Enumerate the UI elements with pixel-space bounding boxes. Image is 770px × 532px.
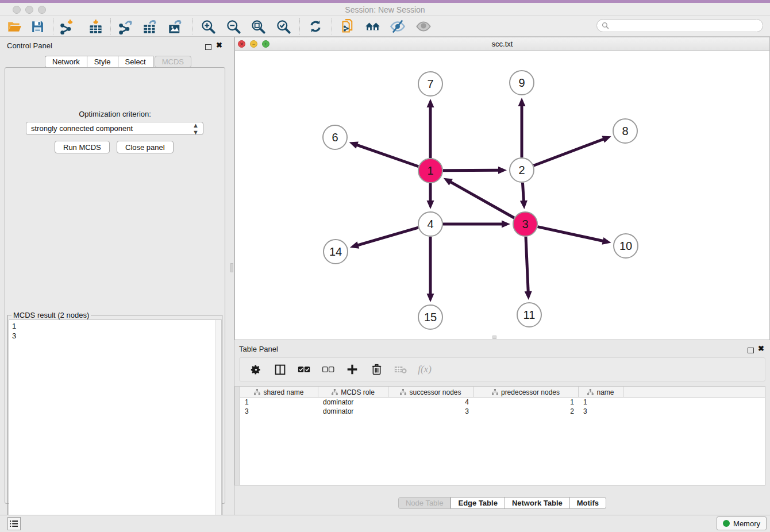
- close-panel-button[interactable]: Close panel: [117, 141, 174, 153]
- table-cell[interactable]: 3: [388, 407, 473, 416]
- refresh-layout-button[interactable]: [305, 18, 326, 35]
- memory-button[interactable]: Memory: [717, 516, 767, 530]
- tab-style[interactable]: Style: [87, 56, 118, 68]
- task-history-button[interactable]: [7, 517, 21, 530]
- save-session-button[interactable]: [26, 18, 48, 35]
- table-panel-close-button[interactable]: ✖: [758, 344, 764, 353]
- graph-edge-2-8[interactable]: [534, 139, 605, 165]
- search-input[interactable]: [611, 22, 755, 30]
- graph-edge-1-6[interactable]: [356, 145, 418, 167]
- table-cell[interactable]: 1: [473, 398, 579, 407]
- delete-column-button[interactable]: [368, 362, 384, 377]
- graph-edge-2-3[interactable]: [522, 183, 523, 202]
- graph-edge-arrowhead: [502, 221, 510, 228]
- column-header-name[interactable]: name: [579, 387, 623, 398]
- duplicate-network-button[interactable]: [337, 18, 359, 35]
- network-canvas[interactable]: 7968124314101511: [235, 51, 769, 340]
- table-cell[interactable]: 1: [579, 398, 623, 407]
- table-tabs: Node Table Edge Table Network Table Moti…: [234, 497, 770, 509]
- tab-network-table[interactable]: Network Table: [505, 497, 569, 509]
- graph-edge-arrowhead: [498, 167, 507, 174]
- table-cell[interactable]: 3: [240, 407, 318, 416]
- statusbar: Memory: [0, 515, 770, 532]
- export-image-button[interactable]: [164, 18, 186, 35]
- tab-node-table[interactable]: Node Table: [398, 497, 451, 509]
- graph-edge-arrowhead: [350, 241, 359, 248]
- table-cell[interactable]: 4: [388, 398, 473, 407]
- tab-mcds[interactable]: MCDS: [155, 56, 191, 68]
- column-header-MCDS-role[interactable]: MCDS role: [318, 387, 388, 398]
- table-row[interactable]: 3dominator323: [240, 407, 765, 416]
- export-network-button[interactable]: [114, 18, 136, 35]
- zoom-selected-icon: [276, 19, 291, 34]
- graph-edge-1-2[interactable]: [443, 170, 499, 171]
- column-header-predecessor-nodes[interactable]: predecessor nodes: [473, 387, 579, 398]
- hide-selected-button[interactable]: [387, 18, 409, 35]
- graph-edge-3-1[interactable]: [450, 182, 514, 218]
- zoom-out-icon: [226, 19, 241, 34]
- export-table-icon: [143, 19, 158, 34]
- graph-edge-3-10[interactable]: [537, 227, 603, 241]
- mcds-result-text[interactable]: 1 3: [9, 319, 222, 531]
- table-cell[interactable]: 3: [579, 407, 623, 416]
- graph-edge-3-11[interactable]: [526, 237, 528, 292]
- toggle-panes-button[interactable]: [272, 362, 288, 377]
- zoom-selected-button[interactable]: [272, 18, 294, 35]
- graph-node-label-3: 3: [522, 218, 528, 230]
- control-panel-close-button[interactable]: ✖: [216, 41, 222, 49]
- graph-node-label-8: 8: [622, 125, 628, 137]
- network-resize-handle[interactable]: [492, 336, 496, 339]
- panel-splitter[interactable]: [230, 37, 234, 515]
- graph-node-label-11: 11: [523, 309, 536, 321]
- criterion-select[interactable]: strongly connected component ▲▼: [26, 122, 203, 135]
- tab-select[interactable]: Select: [118, 56, 153, 68]
- control-panel-float-button[interactable]: [205, 42, 211, 52]
- graph-node-label-14: 14: [329, 245, 342, 258]
- table-row[interactable]: 1dominator411: [240, 398, 765, 407]
- graph-edge-arrowhead: [518, 98, 526, 106]
- zoom-in-button[interactable]: [197, 18, 219, 35]
- tab-edge-table[interactable]: Edge Table: [451, 497, 504, 509]
- tab-network[interactable]: Network: [45, 56, 87, 68]
- export-table-button[interactable]: [139, 18, 161, 35]
- table-cell[interactable]: 1: [240, 398, 318, 407]
- zoom-out-button[interactable]: [222, 18, 244, 35]
- duplicate-network-icon: [340, 19, 356, 34]
- sort-hierarchy-icon: [587, 389, 594, 395]
- table-cell[interactable]: dominator: [318, 398, 388, 407]
- add-column-button[interactable]: [344, 362, 360, 377]
- sort-hierarchy-icon: [400, 389, 406, 395]
- table-cell[interactable]: dominator: [318, 407, 388, 416]
- graph-edge-arrowhead: [427, 99, 434, 107]
- first-neighbors-button[interactable]: [362, 18, 384, 35]
- graph-edge-4-14[interactable]: [357, 228, 418, 245]
- search-field[interactable]: [596, 19, 763, 32]
- tab-motifs[interactable]: Motifs: [569, 497, 606, 509]
- column-header-shared-name[interactable]: shared name: [240, 387, 318, 398]
- import-network-button[interactable]: [56, 18, 78, 35]
- table-panel-float-button[interactable]: [748, 345, 754, 356]
- titlebar: Session: New Session: [0, 0, 770, 16]
- graph-node-label-4: 4: [427, 218, 433, 230]
- table-panel: Table Panel ✖: [234, 340, 770, 515]
- network-window: ✕ − + scc.txt 7968124314101511: [234, 37, 770, 340]
- column-header-successor-nodes[interactable]: successor nodes: [388, 387, 473, 398]
- deselect-all-button[interactable]: [320, 362, 336, 377]
- save-icon: [30, 20, 45, 34]
- window-title: Session: New Session: [0, 5, 770, 14]
- zoom-fit-button[interactable]: [247, 18, 269, 35]
- show-all-button[interactable]: [413, 18, 434, 35]
- run-mcds-button[interactable]: Run MCDS: [55, 141, 110, 153]
- mcds-result-scrollbar[interactable]: [215, 320, 221, 530]
- network-window-titlebar: ✕ − + scc.txt: [235, 37, 769, 51]
- table-cell[interactable]: 2: [473, 407, 579, 416]
- open-session-button[interactable]: [3, 18, 25, 35]
- select-all-button[interactable]: [296, 362, 312, 377]
- import-table-button[interactable]: [84, 18, 106, 35]
- mcds-result-title: MCDS result (2 nodes): [11, 311, 91, 319]
- table-settings-button[interactable]: [248, 362, 264, 377]
- graph-edge-arrowhead: [427, 201, 434, 209]
- mcds-result-groupbox: MCDS result (2 nodes) 1 3: [7, 315, 222, 531]
- graph-edge-arrowhead: [349, 141, 359, 148]
- graph-edge-arrowhead: [427, 294, 434, 302]
